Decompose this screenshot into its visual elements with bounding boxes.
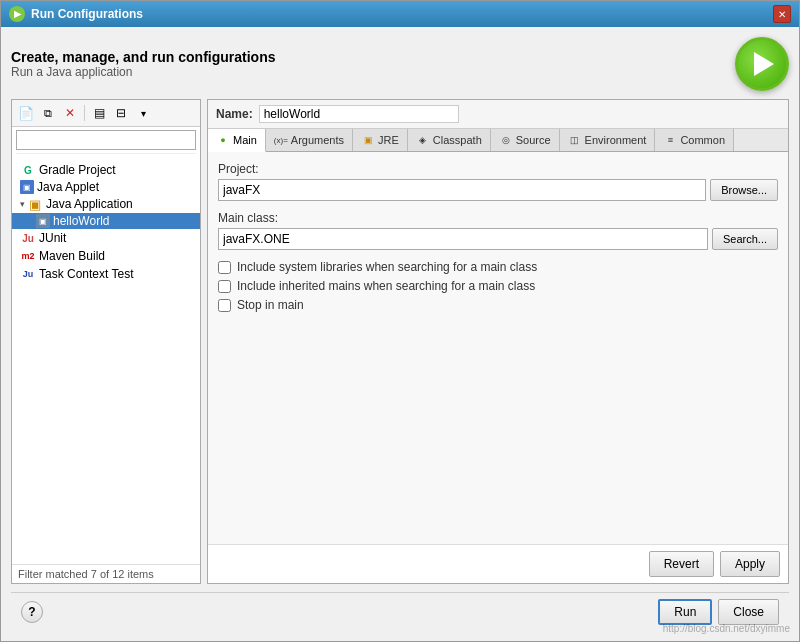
checkbox3-item[interactable]: Stop in main: [218, 298, 778, 312]
dropdown-button[interactable]: ▾: [133, 103, 153, 123]
tree-item-helloworld[interactable]: ▣ helloWorld: [12, 213, 200, 229]
browse-button[interactable]: Browse...: [710, 179, 778, 201]
filter-button[interactable]: ▤: [89, 103, 109, 123]
tree-item-java-application[interactable]: ▾ ▣ Java Application: [12, 195, 200, 213]
tab-source[interactable]: ◎ Source: [491, 129, 560, 151]
copy-config-button[interactable]: ⧉: [38, 103, 58, 123]
tree-item-gradle[interactable]: G Gradle Project: [12, 161, 200, 179]
tab-source-label: Source: [516, 134, 551, 146]
tree-item-task-context[interactable]: Ju Task Context Test: [12, 265, 200, 283]
close-button[interactable]: Close: [718, 599, 779, 625]
run-action-button[interactable]: Run: [658, 599, 712, 625]
help-button[interactable]: ?: [21, 601, 43, 623]
left-toolbar: 📄 ⧉ ✕ ▤ ⊟ ▾: [12, 100, 200, 127]
tab-common-label: Common: [680, 134, 725, 146]
new-config-button[interactable]: 📄: [16, 103, 36, 123]
checkbox2-item[interactable]: Include inherited mains when searching f…: [218, 279, 778, 293]
search-button[interactable]: Search...: [712, 228, 778, 250]
main-class-group: Main class: Search...: [218, 211, 778, 250]
left-panel: 📄 ⧉ ✕ ▤ ⊟ ▾: [11, 99, 201, 584]
environment-tab-icon: ◫: [568, 133, 582, 147]
collapse-button[interactable]: ⊟: [111, 103, 131, 123]
arguments-tab-icon: (x)=: [274, 133, 288, 147]
tab-jre-label: JRE: [378, 134, 399, 146]
tab-environment-label: Environment: [585, 134, 647, 146]
copy-icon: ⧉: [44, 107, 52, 120]
project-input[interactable]: [218, 179, 706, 201]
main-class-input[interactable]: [218, 228, 708, 250]
new-icon: 📄: [18, 106, 34, 121]
search-box: [16, 130, 196, 154]
checkbox1-item[interactable]: Include system libraries when searching …: [218, 260, 778, 274]
common-tab-icon: ≡: [663, 133, 677, 147]
junit-icon: Ju: [20, 230, 36, 246]
project-row: Browse...: [218, 179, 778, 201]
tab-classpath-label: Classpath: [433, 134, 482, 146]
tab-environment[interactable]: ◫ Environment: [560, 129, 656, 151]
tab-arguments-label: Arguments: [291, 134, 344, 146]
tree-label-junit: JUnit: [39, 231, 66, 245]
run-triangle-icon: [754, 52, 774, 76]
tree-item-maven[interactable]: m2 Maven Build: [12, 247, 200, 265]
delete-config-button[interactable]: ✕: [60, 103, 80, 123]
tab-common[interactable]: ≡ Common: [655, 129, 734, 151]
filter-icon: ▤: [94, 106, 105, 120]
tree-label-java-applet: Java Applet: [37, 180, 99, 194]
project-label: Project:: [218, 162, 778, 176]
checkbox2-label: Include inherited mains when searching f…: [237, 279, 535, 293]
helloworld-icon: ▣: [36, 214, 50, 228]
tab-main-label: Main: [233, 134, 257, 146]
tree-label-task-context: Task Context Test: [39, 267, 134, 281]
collapse-icon: ⊟: [116, 106, 126, 120]
tab-classpath[interactable]: ◈ Classpath: [408, 129, 491, 151]
config-name-input[interactable]: [259, 105, 459, 123]
run-button[interactable]: [735, 37, 789, 91]
header-left: Create, manage, and run configurations R…: [11, 49, 276, 79]
close-window-button[interactable]: ✕: [773, 5, 791, 23]
toolbar-separator: [84, 105, 85, 121]
content-area: Create, manage, and run configurations R…: [1, 27, 799, 641]
checkbox1-label: Include system libraries when searching …: [237, 260, 537, 274]
apply-button[interactable]: Apply: [720, 551, 780, 577]
panel-content: Project: Browse... Main class: Search...: [208, 152, 788, 544]
applet-icon: ▣: [20, 180, 34, 194]
watermark: http://blog.csdn.net/dxyimme: [663, 623, 790, 634]
tab-arguments[interactable]: (x)= Arguments: [266, 129, 353, 151]
java-application-icon: ▣: [27, 196, 43, 212]
name-label: Name:: [216, 107, 253, 121]
tab-main[interactable]: ● Main: [208, 129, 266, 152]
tree-item-junit[interactable]: Ju JUnit: [12, 229, 200, 247]
tree-label-maven: Maven Build: [39, 249, 105, 263]
dropdown-icon: ▾: [141, 108, 146, 119]
search-input[interactable]: [16, 130, 196, 150]
header-subtitle: Run a Java application: [11, 65, 276, 79]
checkbox3-input[interactable]: [218, 299, 231, 312]
revert-button[interactable]: Revert: [649, 551, 714, 577]
title-bar: ▶ Run Configurations ✕: [1, 1, 799, 27]
maven-icon: m2: [20, 248, 36, 264]
window-icon: ▶: [9, 6, 25, 22]
tree-label-java-application: Java Application: [46, 197, 133, 211]
main-tab-icon: ●: [216, 133, 230, 147]
tab-jre[interactable]: ▣ JRE: [353, 129, 408, 151]
project-group: Project: Browse...: [218, 162, 778, 201]
header: Create, manage, and run configurations R…: [11, 37, 789, 91]
source-tab-icon: ◎: [499, 133, 513, 147]
main-panels: 📄 ⧉ ✕ ▤ ⊟ ▾: [11, 99, 789, 584]
filter-status: Filter matched 7 of 12 items: [12, 564, 200, 583]
tree-item-java-applet[interactable]: ▣ Java Applet: [12, 179, 200, 195]
title-bar-left: ▶ Run Configurations: [9, 6, 143, 22]
tree-area: G Gradle Project ▣ Java Applet ▾ ▣ J: [12, 157, 200, 564]
main-class-label: Main class:: [218, 211, 778, 225]
task-icon: Ju: [20, 266, 36, 282]
run-configurations-window: ▶ Run Configurations ✕ Create, manage, a…: [0, 0, 800, 642]
right-panel: Name: ● Main (x)= Arguments ▣ JRE: [207, 99, 789, 584]
panel-bottom-buttons: Revert Apply: [208, 544, 788, 583]
gradle-icon: G: [20, 162, 36, 178]
checkbox2-input[interactable]: [218, 280, 231, 293]
checkbox1-input[interactable]: [218, 261, 231, 274]
tree-label-gradle: Gradle Project: [39, 163, 116, 177]
title-controls: ✕: [773, 5, 791, 23]
tab-bar: ● Main (x)= Arguments ▣ JRE ◈ Classpath: [208, 129, 788, 152]
tree-label-helloworld: helloWorld: [53, 214, 109, 228]
